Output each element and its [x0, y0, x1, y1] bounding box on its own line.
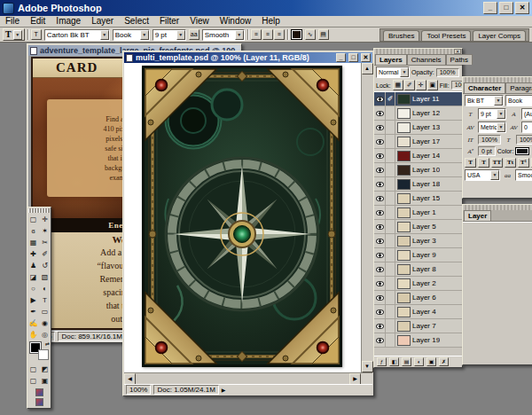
- slice-tool[interactable]: ✂: [39, 237, 51, 248]
- layer-thumbnail[interactable]: [397, 321, 411, 332]
- layer-row[interactable]: Layer 5: [374, 220, 462, 234]
- vertical-scale-field[interactable]: 100%: [478, 135, 501, 145]
- document-canvas[interactable]: [124, 63, 361, 372]
- font-family-select[interactable]: Carton Bk BT ▼: [44, 29, 110, 41]
- mini-swatch[interactable]: [35, 398, 43, 406]
- visibility-toggle[interactable]: [374, 333, 386, 348]
- superscript-button[interactable]: T¹: [518, 158, 529, 168]
- scroll-down-icon[interactable]: ▼: [362, 361, 373, 372]
- dodge-tool[interactable]: ◐: [39, 283, 51, 294]
- layer-row[interactable]: Layer 15: [374, 192, 462, 206]
- layer-thumbnail[interactable]: [397, 179, 411, 190]
- scroll-left-icon[interactable]: ◀: [124, 373, 136, 385]
- visibility-toggle[interactable]: [374, 319, 386, 333]
- type-tool[interactable]: T: [39, 294, 51, 306]
- layer-row[interactable]: Layer 4: [374, 305, 462, 319]
- language-select[interactable]: USA ▼: [465, 169, 500, 181]
- toggle-palettes-button[interactable]: ▤: [318, 29, 329, 40]
- layer-row[interactable]: Layer 13: [374, 121, 462, 135]
- maximize-button[interactable]: □: [348, 53, 358, 62]
- move-tool[interactable]: ✛: [39, 214, 51, 225]
- layer-row[interactable]: Layer 8: [374, 262, 462, 277]
- char-leading-select[interactable]: (Auto) ▼: [521, 108, 532, 120]
- healing-brush-tool[interactable]: ✚: [27, 248, 39, 260]
- tab-layer-comps[interactable]: Layer: [464, 210, 491, 221]
- layer-row[interactable]: ✐Layer 11: [374, 92, 462, 106]
- blend-mode-select[interactable]: Normal ▼: [376, 67, 410, 78]
- all-caps-button[interactable]: TT: [491, 158, 503, 168]
- layer-thumbnail[interactable]: [397, 165, 411, 176]
- layer-thumbnail[interactable]: [397, 293, 411, 303]
- layer-mask-icon[interactable]: ◧: [389, 357, 399, 366]
- layer-thumbnail[interactable]: [397, 208, 411, 218]
- opacity-field[interactable]: 100%: [436, 68, 459, 77]
- palette-drag-handle[interactable]: ✕: [463, 77, 532, 82]
- layer-thumbnail[interactable]: [397, 222, 411, 232]
- layer-row[interactable]: Layer 19: [374, 333, 462, 348]
- character-color-swatch[interactable]: [515, 147, 529, 155]
- text-color-swatch[interactable]: [291, 29, 302, 40]
- scroll-right-icon[interactable]: ▶: [349, 373, 361, 385]
- background-color-swatch[interactable]: [38, 349, 49, 360]
- menu-image[interactable]: Image: [51, 16, 86, 27]
- layer-thumbnail[interactable]: [397, 122, 411, 133]
- maximize-button[interactable]: □: [499, 2, 513, 14]
- quick-mask-mode-button[interactable]: ◩: [39, 364, 51, 375]
- shape-tool[interactable]: ▭: [39, 306, 51, 317]
- layer-style-icon[interactable]: ƒ: [377, 357, 387, 366]
- tab-character[interactable]: Character: [464, 82, 505, 93]
- scroll-up-icon[interactable]: ▲: [362, 63, 373, 74]
- baseline-shift-field[interactable]: 0 pt: [478, 146, 496, 156]
- visibility-toggle[interactable]: [374, 135, 386, 149]
- palette-well-tab-tool-presets[interactable]: Tool Presets: [421, 30, 471, 41]
- lock-all-icon[interactable]: ▣: [427, 80, 438, 90]
- minimize-button[interactable]: _: [336, 53, 346, 62]
- menu-filter[interactable]: Filter: [154, 16, 184, 27]
- tab-paths[interactable]: Paths: [446, 54, 473, 65]
- layer-row[interactable]: Layer 17: [374, 135, 462, 149]
- history-brush-tool[interactable]: ↺: [39, 260, 51, 271]
- layer-thumbnail[interactable]: [397, 307, 411, 317]
- close-button[interactable]: ✕: [361, 53, 371, 62]
- layer-thumbnail[interactable]: [397, 151, 411, 161]
- visibility-toggle[interactable]: [374, 92, 386, 106]
- char-tracking-select[interactable]: 0 ▼: [521, 121, 532, 133]
- text-orientation-button[interactable]: T: [31, 29, 42, 40]
- visibility-toggle[interactable]: [374, 206, 386, 220]
- clone-stamp-tool[interactable]: ♟: [27, 260, 39, 271]
- align-left-icon[interactable]: ≡: [251, 29, 262, 40]
- resize-corner[interactable]: [361, 373, 372, 385]
- layer-row[interactable]: Layer 9: [374, 248, 462, 262]
- visibility-toggle[interactable]: [374, 277, 386, 291]
- layer-row[interactable]: Layer 18: [374, 177, 462, 192]
- layer-row[interactable]: Layer 1: [374, 206, 462, 220]
- lock-transparency-icon[interactable]: ▦: [393, 80, 403, 90]
- layer-row[interactable]: Layer 3: [374, 234, 462, 248]
- eraser-tool[interactable]: ◪: [27, 271, 39, 283]
- rectangular-marquee-tool[interactable]: ▢: [27, 214, 39, 225]
- visibility-toggle[interactable]: [374, 248, 386, 262]
- pen-tool[interactable]: ✒: [27, 306, 39, 317]
- layer-thumbnail[interactable]: [397, 335, 411, 346]
- zoom-level-field[interactable]: 100%: [126, 385, 151, 395]
- vertical-scrollbar[interactable]: ▲ ▼: [361, 63, 372, 372]
- visibility-toggle[interactable]: [374, 149, 386, 163]
- lasso-tool[interactable]: ɞ: [27, 225, 39, 237]
- new-layer-icon[interactable]: ▣: [426, 357, 436, 366]
- visibility-toggle[interactable]: [374, 163, 386, 177]
- visibility-toggle[interactable]: [374, 305, 386, 319]
- path-selection-tool[interactable]: ▶: [27, 294, 39, 306]
- notes-tool[interactable]: ✍: [27, 317, 39, 329]
- layer-row[interactable]: Layer 2: [374, 277, 462, 291]
- layer-thumbnail[interactable]: [397, 193, 411, 204]
- standard-screen-button[interactable]: ▢: [27, 375, 39, 387]
- palette-drag-handle[interactable]: ✕: [463, 205, 532, 210]
- crop-tool[interactable]: ▦: [27, 237, 39, 248]
- menu-layer[interactable]: Layer: [86, 16, 119, 27]
- lock-position-icon[interactable]: ✛: [416, 80, 426, 90]
- visibility-toggle[interactable]: [374, 234, 386, 248]
- palette-well-tab-brushes[interactable]: Brushes: [383, 30, 419, 41]
- layer-thumbnail[interactable]: [397, 94, 411, 105]
- layer-row[interactable]: Layer 14: [374, 149, 462, 163]
- layer-row[interactable]: Layer 12: [374, 106, 462, 121]
